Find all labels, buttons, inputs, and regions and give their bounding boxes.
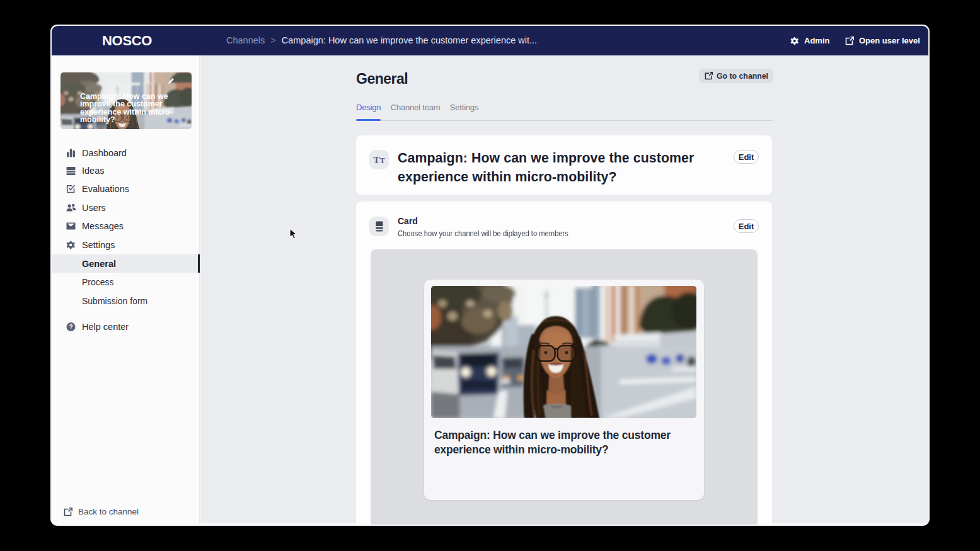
svg-text:?: ? (69, 323, 72, 330)
